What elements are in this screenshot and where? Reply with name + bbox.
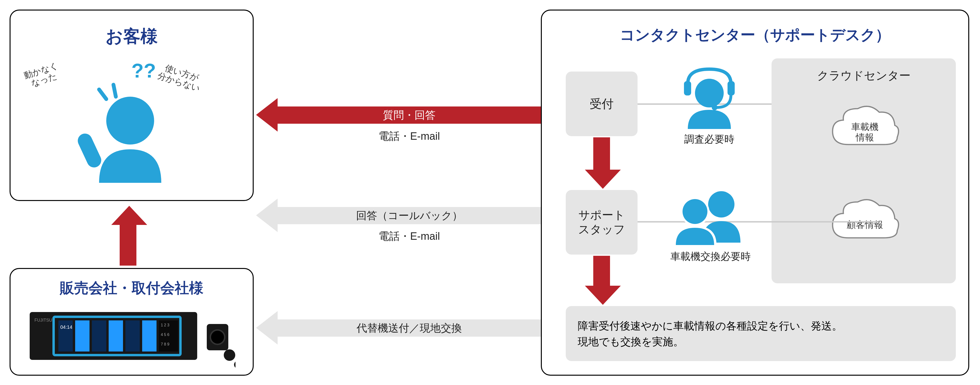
bottom-note-text: 障害受付後速やかに車載情報の各種設定を行い、発送。 現地でも交換を実施。 <box>578 320 842 347</box>
svg-point-19 <box>234 361 235 369</box>
svg-rect-10 <box>142 320 156 352</box>
svg-rect-6 <box>75 320 89 352</box>
support-staff-pair-icon <box>669 183 750 245</box>
arrow-qa-sub: 電話・E-mail <box>277 129 542 143</box>
vehicle-device-icon: 04:14 1 2 3 4 5 6 7 8 9 FUJITSU <box>25 307 235 369</box>
svg-rect-1 <box>75 131 103 170</box>
support-staff-label: サポート スタッフ <box>566 208 638 237</box>
svg-point-0 <box>106 97 154 145</box>
svg-rect-21 <box>727 81 735 95</box>
reception-box: 受付 <box>566 72 638 136</box>
question-marks-icon: ?? <box>131 59 156 82</box>
customer-title: お客様 <box>11 25 253 48</box>
cloud-center-box: クラウドセンター <box>772 58 956 283</box>
arrow-callback-title: 回答（コールバック） <box>277 208 542 223</box>
sales-company-box: 販売会社・取付会社様 04:14 1 2 3 4 5 6 7 8 9 FUJIT… <box>10 268 254 375</box>
arrow-qa-head-left <box>256 98 278 132</box>
svg-rect-7 <box>92 320 106 352</box>
svg-rect-8 <box>109 320 123 352</box>
bubble-stopped-working: 動かなく なった <box>23 60 62 89</box>
svg-text:04:14: 04:14 <box>60 325 72 330</box>
arrow-callback-head <box>256 199 278 232</box>
device-exchange-note: 車載機交換必要時 <box>659 250 762 263</box>
bottom-note-box: 障害受付後速やかに車載情報の各種設定を行い、発送。 現地でも交換を実施。 <box>566 306 956 361</box>
arrow-replacement-head <box>256 311 278 345</box>
arrow-support-to-action <box>593 256 610 287</box>
support-staff-box: サポート スタッフ <box>566 190 638 255</box>
arrow-callback-sub: 電話・E-mail <box>277 229 542 243</box>
svg-text:1 2 3: 1 2 3 <box>161 323 169 327</box>
svg-text:7 8 9: 7 8 9 <box>161 342 169 346</box>
cloud-device-info-text: 車載機 情報 <box>829 122 901 143</box>
arrow-sales-to-customer <box>120 223 137 266</box>
arrow-qa-title: 質問・回答 <box>277 108 542 122</box>
svg-text:4 5 6: 4 5 6 <box>161 332 169 337</box>
arrow-reception-to-support-head <box>585 170 621 189</box>
svg-point-17 <box>210 330 225 344</box>
svg-text:FUJITSU: FUJITSU <box>35 318 52 323</box>
cloud-center-label: クラウドセンター <box>772 68 956 83</box>
svg-rect-20 <box>684 81 691 95</box>
arrow-support-to-action-head <box>585 286 621 305</box>
svg-point-18 <box>224 349 235 361</box>
reception-label: 受付 <box>566 96 638 112</box>
svg-point-26 <box>682 199 708 224</box>
sales-company-title: 販売会社・取付会社様 <box>11 278 253 298</box>
svg-rect-9 <box>126 320 140 352</box>
arrow-replacement-label: 代替機送付／現地交換 <box>277 321 542 335</box>
confused-person-icon: ?? <box>75 58 176 183</box>
customer-box: お客様 動かなく なった 使い方が 分からない ?? <box>10 10 254 201</box>
contact-center-title: コンタクトセンター（サポートデスク） <box>542 25 968 45</box>
contact-center-box: コンタクトセンター（サポートデスク） 受付 調査必要時 クラウドセンター 車載機… <box>541 10 969 375</box>
headset-operator-icon <box>678 67 740 129</box>
svg-point-23 <box>695 79 724 107</box>
cloud-device-info: 車載機 情報 <box>829 102 901 154</box>
svg-point-24 <box>708 191 735 218</box>
arrow-sales-to-customer-head <box>111 206 147 225</box>
investigation-note: 調査必要時 <box>676 132 743 146</box>
arrow-reception-to-support <box>593 137 610 171</box>
